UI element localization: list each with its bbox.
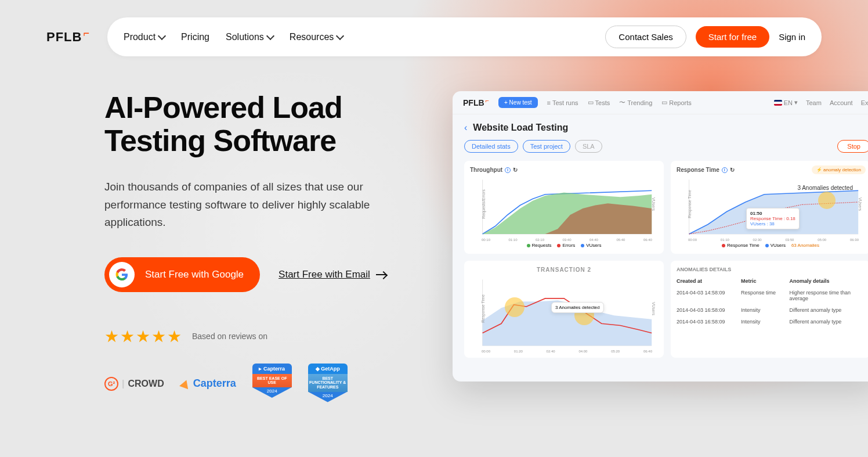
nav-pricing[interactable]: Pricing — [181, 32, 209, 42]
info-icon[interactable]: i — [722, 167, 728, 173]
chevron-down-icon — [266, 32, 274, 40]
chart-svg — [470, 177, 658, 240]
account-link[interactable]: Account — [830, 99, 853, 106]
google-icon — [109, 262, 135, 287]
nav-container: Product Pricing Solutions Resources Cont… — [107, 17, 822, 56]
tooltip-time: 01:50 — [750, 211, 795, 216]
app-nav-reports[interactable]: ▭ Reports — [661, 99, 692, 106]
table-row: 2014-04-03 16:58:09 Intensity Different … — [677, 307, 865, 313]
chart-svg — [470, 276, 658, 352]
app-nav-testruns[interactable]: ≡ Test runs — [547, 99, 578, 106]
reviews-text: Based on reviews on — [192, 332, 267, 341]
nav-label: Product — [124, 32, 155, 42]
legend-dot-icon — [527, 244, 530, 247]
table-row: 2014-04-03 14:58:09 Response time Higher… — [677, 290, 865, 301]
shield-year: 2024 — [308, 392, 348, 402]
anomaly-badge: ⚡ anomaly detection — [812, 165, 866, 174]
anomaly-bubble-icon — [818, 192, 836, 209]
app-preview-window: PFLB⌐ + New test ≡ Test runs ▭ Tests 〜 T… — [453, 91, 868, 382]
nav-label: Resources — [290, 32, 334, 42]
start-email-link[interactable]: Start Free with Email — [279, 269, 386, 280]
y-axis-right-label: VUsers — [652, 302, 656, 315]
hero-subtitle: Join thousands of companies of all sizes… — [104, 178, 383, 231]
star-icon: ★ — [136, 327, 150, 346]
cell: 2014-04-03 16:58:09 — [677, 319, 741, 325]
y-axis-right-label: VUsers — [858, 197, 862, 211]
shield-top: ▸ Capterra — [252, 364, 292, 374]
table-header: Created at Metric Anomaly details — [677, 278, 865, 284]
team-link[interactable]: Team — [806, 99, 822, 106]
contact-sales-button[interactable]: Contact Sales — [605, 26, 686, 48]
start-google-button[interactable]: Start Free with Google — [104, 257, 260, 292]
legend-label: VUsers — [586, 243, 601, 248]
g2-label: CROWD — [128, 379, 164, 389]
new-test-button[interactable]: + New test — [498, 97, 538, 108]
nav-label: Solutions — [226, 32, 264, 42]
anomaly-footer: 63 Anomalies — [791, 243, 819, 248]
cell: 2014-04-03 14:58:09 — [677, 290, 741, 301]
logo-mark-icon: ⌐ — [83, 27, 90, 39]
g2-icon: G² — [104, 377, 118, 391]
chart-title-text: Throughput — [470, 167, 502, 173]
y-axis-label: Requests/Errors — [482, 189, 486, 219]
info-icon[interactable]: i — [505, 167, 511, 173]
stop-button[interactable]: Stop — [837, 140, 868, 153]
tab-test-project[interactable]: Test project — [523, 140, 570, 153]
app-logo-text: PFLB — [463, 98, 484, 107]
capterra-badge: Capterra — [180, 371, 236, 397]
tab-sla[interactable]: SLA — [575, 140, 602, 153]
badges-row: G² | CROWD Capterra ▸ Capterra BEST EASE… — [104, 364, 429, 404]
getapp-shield-badge: ◆ GetApp BEST FUNCTIONALITY & FEATURES 2… — [308, 364, 348, 404]
tab-detailed-stats[interactable]: Detailed stats — [464, 140, 518, 153]
y-axis-label: Response Time — [481, 294, 485, 323]
legend-label: Requests — [532, 243, 552, 248]
y-axis-label: Response Time — [688, 190, 692, 218]
nav-product[interactable]: Product — [124, 32, 165, 42]
chevron-down-icon — [158, 32, 166, 40]
legend-dot-icon — [581, 244, 584, 247]
google-button-label: Start Free with Google — [145, 269, 244, 280]
nav-right: Contact Sales Start for free Sign in — [605, 26, 805, 48]
g2-badge: G² | CROWD — [104, 371, 164, 397]
anomalies-table: ANOMALIES DETAILS Created at Metric Anom… — [671, 261, 868, 358]
exit-link[interactable]: Exit — [861, 99, 868, 106]
nav-label: Reports — [669, 99, 692, 106]
chevron-down-icon — [336, 32, 344, 40]
cta-row: Start Free with Google Start Free with E… — [104, 257, 429, 292]
hero-section: AI-Powered Load Testing Software Join th… — [0, 56, 868, 404]
start-free-button[interactable]: Start for free — [696, 26, 769, 48]
chart-area: Response Time VUsers 3 Anomalies detecte… — [677, 177, 865, 240]
app-nav-tests[interactable]: ▭ Tests — [588, 99, 610, 106]
shield-mid: BEST FUNCTIONALITY & FEATURES — [308, 374, 348, 392]
shield-year: 2024 — [252, 387, 292, 398]
hero-right: PFLB⌐ + New test ≡ Test runs ▭ Tests 〜 T… — [453, 91, 868, 404]
nav-resources[interactable]: Resources — [290, 32, 343, 42]
star-rating: ★ ★ ★ ★ ★ — [104, 327, 182, 346]
anomaly-count-label: 3 Anomalies detected — [797, 185, 853, 191]
breadcrumb: ‹ Website Load Testing — [464, 123, 868, 133]
brand-logo[interactable]: PFLB ⌐ — [46, 30, 90, 45]
nav-left: Product Pricing Solutions Resources — [124, 32, 343, 42]
anomaly-bubble-icon — [505, 297, 525, 317]
star-icon: ★ — [104, 327, 119, 346]
y-axis-right-label: VUsers — [652, 197, 656, 211]
flag-icon — [774, 100, 782, 106]
app-logo: PFLB⌐ — [463, 98, 489, 107]
brand-text: PFLB — [46, 30, 82, 45]
cell: Intensity — [741, 307, 789, 313]
nav-solutions[interactable]: Solutions — [226, 32, 273, 42]
star-icon: ★ — [151, 327, 166, 346]
hero-left: AI-Powered Load Testing Software Join th… — [104, 91, 429, 404]
chart-area: Requests/Errors VUsers 00:1001:1002:1003 — [470, 177, 658, 240]
app-nav-trending[interactable]: 〜 Trending — [619, 98, 652, 107]
back-icon[interactable]: ‹ — [464, 123, 467, 133]
lang-selector[interactable]: EN ▾ — [774, 99, 798, 106]
chart-legend: Requests Errors VUsers — [470, 243, 658, 248]
app-header-right: EN ▾ Team Account Exit — [774, 99, 868, 106]
legend-dot-icon — [765, 244, 769, 247]
capterra-icon — [179, 378, 191, 389]
page-title: Website Load Testing — [473, 123, 568, 133]
charts-grid: Throughput i ↻ Requests/Errors VUsers — [464, 161, 868, 254]
bottom-row: TRANSACTION 2 Response Time VUsers — [464, 261, 868, 358]
signin-link[interactable]: Sign in — [779, 32, 805, 42]
